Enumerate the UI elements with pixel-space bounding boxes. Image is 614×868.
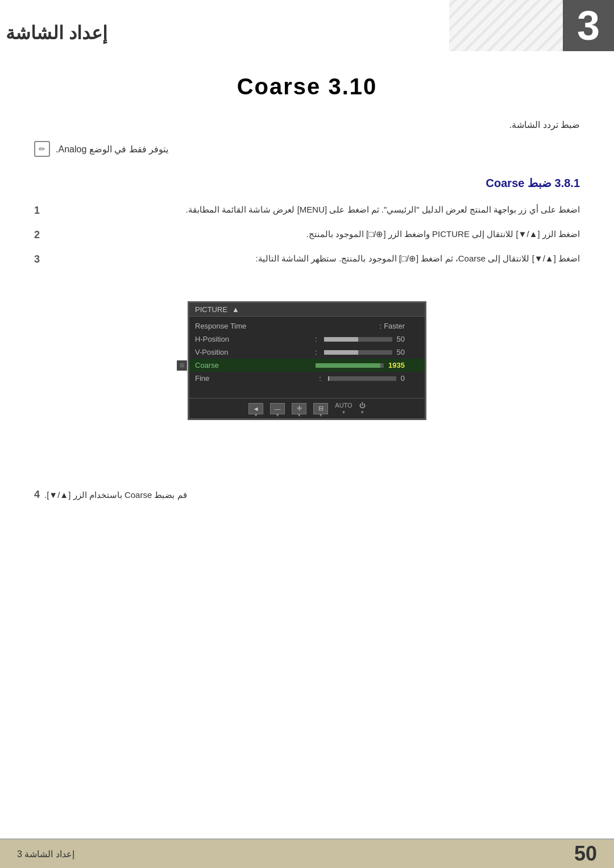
menu-item-coarse: ⊞ Coarse 1935: [189, 359, 425, 372]
fine-bar-fill: [328, 376, 329, 381]
menu-label-coarse: Coarse: [195, 361, 311, 369]
step-4: قم بضبط Coarse باستخدام الزر [▲/▼]. 4: [34, 489, 580, 501]
step-2-number: 2: [34, 229, 47, 241]
page-header: إعداد الشاشة 3: [0, 0, 614, 51]
step-4-number: 4: [34, 489, 40, 501]
monitor-screen: PICTURE ▲ Response Time : Faster H-Posit…: [188, 301, 426, 420]
monitor-menu: Response Time : Faster H-Position : 50 V…: [189, 317, 425, 398]
monitor-title-bar: PICTURE ▲: [189, 303, 425, 317]
menu-spacer: [189, 385, 425, 395]
menu-item-fine: Fine : 0: [189, 372, 425, 385]
ctrl-btn-menu: ⊟ ▼: [313, 403, 328, 414]
menu-value-fine: 0: [401, 374, 405, 383]
section-title: Coarse 3.10: [0, 74, 614, 99]
monitor-controls: ◄ ▼ — ▼ ✛ ▼ ⊟ ▼ AUTO ▼ ⏻ ▼: [189, 398, 425, 418]
vposition-bar: [324, 350, 392, 355]
menu-item-hposition: H-Position : 50: [189, 333, 425, 346]
ctrl-btn-enter: ✛ ▼: [292, 403, 306, 414]
menu-value-coarse: 1935: [388, 361, 405, 369]
menu-label-hposition: H-Position: [195, 335, 313, 343]
ctrl-btn-minus: — ▼: [270, 403, 285, 414]
step-2-text: اضغط الزر [▲/▼] للانتقال إلى PICTURE واض…: [51, 229, 580, 239]
footer-page-number: 50: [574, 842, 597, 866]
note-icon: ✏: [34, 141, 50, 157]
note-row: يتوفر فقط في الوضع Analog. ✏: [34, 141, 580, 157]
vposition-bar-fill: [324, 350, 358, 355]
hposition-bar-fill: [324, 337, 358, 342]
menu-title: PICTURE: [195, 305, 227, 314]
coarse-bar-fill: [316, 363, 380, 368]
footer-label: إعداد الشاشة 3: [17, 849, 74, 859]
step-3-number: 3: [34, 254, 47, 265]
fine-bar: [328, 376, 396, 381]
section-description: ضبط تردد الشاشة.: [509, 119, 580, 130]
chapter-title: إعداد الشاشة: [6, 23, 107, 43]
page-footer: 50 إعداد الشاشة 3: [0, 840, 614, 868]
step-3: اضغط [▲/▼] للانتقال إلى Coarse، ثم اضغط …: [34, 254, 580, 265]
step-1-number: 1: [34, 205, 47, 217]
chapter-number: 3: [577, 5, 600, 46]
step-1-text: اضغط على أي زر بواجهة المنتج لعرض الدليل…: [51, 205, 580, 215]
menu-item-response-time: Response Time : Faster: [189, 319, 425, 333]
hposition-bar: [324, 337, 392, 342]
chapter-number-box: 3: [563, 0, 614, 51]
subsection-title: 3.8.1 ضبط Coarse: [486, 176, 580, 190]
steps-container: اضغط على أي زر بواجهة المنتج لعرض الدليل…: [34, 205, 580, 278]
ctrl-power: ⏻ ▼: [359, 402, 366, 415]
coarse-side-icon: ⊞: [177, 360, 187, 371]
menu-arrow: ▲: [232, 305, 239, 314]
coarse-bar: [316, 363, 384, 368]
menu-label-response-time: Response Time: [195, 322, 377, 330]
ctrl-btn-left: ◄ ▼: [248, 403, 263, 414]
chapter-title-wrapper: إعداد الشاشة: [0, 8, 170, 44]
ctrl-auto: AUTO ▼: [335, 402, 352, 415]
menu-value-vposition: 50: [397, 348, 405, 356]
note-text: يتوفر فقط في الوضع Analog.: [56, 144, 168, 155]
menu-label-vposition: V-Position: [195, 348, 313, 356]
step-2: اضغط الزر [▲/▼] للانتقال إلى PICTURE واض…: [34, 229, 580, 241]
step-1: اضغط على أي زر بواجهة المنتج لعرض الدليل…: [34, 205, 580, 217]
menu-label-fine: Fine: [195, 374, 317, 383]
monitor-screenshot: PICTURE ▲ Response Time : Faster H-Posit…: [188, 301, 426, 420]
header-stripes: [449, 0, 563, 51]
menu-value-response-time: Faster: [384, 322, 405, 330]
step-4-text: قم بضبط Coarse باستخدام الزر [▲/▼].: [44, 490, 187, 500]
menu-value-hposition: 50: [397, 335, 405, 343]
step-3-text: اضغط [▲/▼] للانتقال إلى Coarse، ثم اضغط …: [51, 254, 580, 264]
menu-item-vposition: V-Position : 50: [189, 346, 425, 359]
